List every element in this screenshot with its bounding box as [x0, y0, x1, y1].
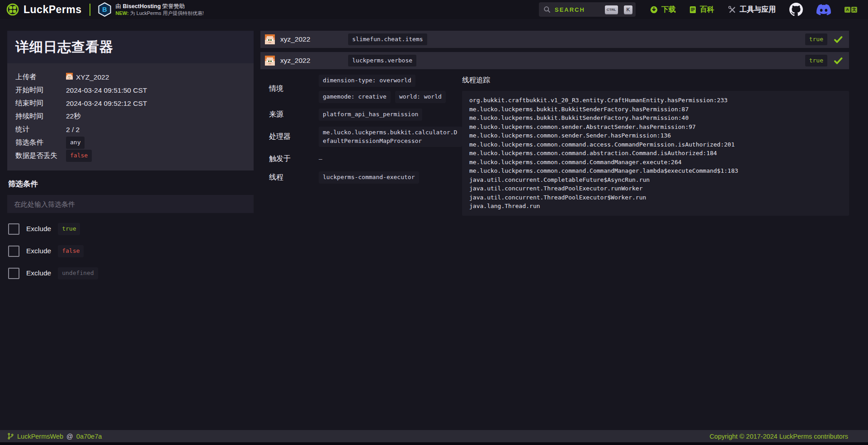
filter-section-heading: 筛选条件: [8, 179, 254, 189]
bisecthosting-logo-icon: B: [98, 2, 111, 17]
language-switcher[interactable]: A 文: [844, 7, 857, 13]
footer-copyright: Copyright © 2017-2024 LuckPerms contribu…: [710, 433, 848, 440]
processor-badge: me.lucko.luckperms.bukkit.calculator.Def…: [319, 127, 462, 147]
trace-line: me.lucko.luckperms.common.sender.Sender.…: [469, 131, 842, 140]
trace-line: me.lucko.luckperms.bukkit.BukkitSenderFa…: [469, 114, 842, 123]
entry-detail: 情境 dimension-type: overworld gamemode: c…: [260, 75, 849, 216]
search-icon: [543, 6, 551, 13]
uploader-avatar: [66, 73, 73, 81]
nav-link-wiki[interactable]: 百科: [689, 5, 714, 14]
meta-row-end: 结束时间 2024-03-24 09:52:12 CST: [15, 97, 245, 110]
detail-label: 情境: [269, 84, 319, 94]
player-avatar: [265, 34, 275, 44]
trace-heading: 线程追踪: [462, 76, 849, 85]
content: 详细日志查看器 上传者: [0, 19, 868, 430]
meta-row-start: 开始时间 2024-03-24 09:51:50 CST: [15, 84, 245, 97]
sponsor-line1: 由 BisectHosting 荣誉赞助: [116, 3, 204, 10]
discord-link[interactable]: [816, 4, 831, 15]
meta-value-filter: any: [66, 137, 85, 149]
sponsor-line2: NEW: 为 LuckPerms 用户提供特别优惠!: [116, 10, 204, 16]
log-entry-row[interactable]: xyz_2022 luckperms.verbose true: [260, 52, 849, 69]
entry-permission: luckperms.verbose: [348, 55, 416, 67]
exclude-undefined-checkbox[interactable]: [8, 268, 19, 279]
github-icon: [789, 3, 803, 16]
footer-repo-link[interactable]: LuckPermsWeb @ 0a70e7a: [7, 433, 102, 440]
search-label: SEARCH: [555, 6, 599, 13]
detail-label: 触发于: [269, 154, 319, 164]
sidebar-meta-panel: 上传者: [7, 63, 254, 170]
tools-icon: [728, 5, 736, 14]
discord-icon: [816, 4, 831, 15]
navbar: LuckPerms B 由 BisectHosting 荣誉赞助 NEW: 为 …: [0, 0, 868, 19]
filter-input[interactable]: [7, 195, 254, 213]
trace-line: java.lang.Thread.run: [469, 202, 842, 211]
meta-value-truncated: false: [66, 150, 92, 162]
sponsor-banner[interactable]: B 由 BisectHosting 荣誉赞助 NEW: 为 LuckPerms …: [98, 2, 204, 17]
luckperms-logo-icon: [6, 3, 19, 16]
download-icon: [650, 6, 658, 14]
meta-row-truncated: 数据是否丢失 false: [15, 149, 245, 162]
entry-result-badge: true: [805, 55, 827, 67]
trace-line: me.lucko.luckperms.common.command.access…: [469, 140, 842, 149]
meta-label: 持续时间: [15, 112, 66, 121]
detail-label: 来源: [269, 110, 319, 119]
exclude-true-checkbox[interactable]: [8, 223, 19, 235]
log-entry-row[interactable]: xyz_2022 slimefun.cheat.items true: [260, 31, 849, 48]
nav-link-wiki-label: 百科: [700, 5, 714, 14]
meta-label: 统计: [15, 125, 66, 134]
entry-detail-fields: 情境 dimension-type: overworld gamemode: c…: [269, 75, 462, 216]
context-badge: dimension-type: overworld: [319, 75, 415, 87]
exclude-false-checkbox[interactable]: [8, 246, 19, 257]
meta-label: 筛选条件: [15, 138, 66, 147]
ctrl-keycap: CTRL: [605, 5, 618, 14]
exclude-false-value: false: [58, 245, 84, 257]
origin-badge: platform_api_has_permission: [319, 109, 422, 121]
detail-row-origin: 来源 platform_api_has_permission: [269, 108, 462, 122]
entry-permission: slimefun.cheat.items: [348, 33, 427, 46]
nav-link-tools-label: 工具与应用: [740, 5, 776, 14]
meta-value-duration: 22秒: [66, 112, 81, 121]
trace-line: me.lucko.luckperms.common.command.Comman…: [469, 158, 842, 167]
exclude-undefined-value: undefined: [58, 267, 98, 279]
trace-line: org.bukkit.craftbukkit.v1_20_R3.entity.C…: [469, 96, 842, 105]
sidebar: 详细日志查看器 上传者: [7, 31, 254, 279]
github-link[interactable]: [789, 3, 803, 16]
sponsor-text: 由 BisectHosting 荣誉赞助 NEW: 为 LuckPerms 用户…: [116, 3, 204, 17]
translate-latin-icon: A: [844, 7, 850, 13]
footer-separator: @: [66, 433, 73, 440]
nav-link-tools[interactable]: 工具与应用: [728, 5, 776, 14]
footer-commit-hash: 0a70e7a: [76, 433, 102, 440]
trace-line: me.lucko.luckperms.common.command.abstra…: [469, 149, 842, 158]
footer: LuckPermsWeb @ 0a70e7a Copyright © 2017-…: [0, 430, 868, 442]
detail-row-context: 情境 dimension-type: overworld gamemode: c…: [269, 75, 462, 103]
brand-name: LuckPerms: [24, 4, 82, 16]
thread-badge: luckperms-command-executor: [319, 171, 419, 184]
exclude-label: Exclude: [26, 269, 51, 277]
check-icon: [834, 56, 843, 65]
search-box[interactable]: SEARCH CTRL K: [539, 2, 636, 17]
truncated-badge: false: [66, 150, 92, 162]
meta-value-count: 2 / 2: [66, 126, 80, 134]
entry-result-badge: true: [805, 33, 827, 46]
trace-line: java.util.concurrent.ThreadPoolExecutor.…: [469, 184, 842, 193]
meta-row-count: 统计 2 / 2: [15, 123, 245, 136]
sidebar-header: 详细日志查看器: [7, 31, 254, 63]
nav-link-download[interactable]: 下载: [650, 5, 676, 14]
trace-line: me.lucko.luckperms.bukkit.BukkitSenderFa…: [469, 105, 842, 114]
meta-value-start: 2024-03-24 09:51:50 CST: [66, 86, 147, 95]
cause-value: —: [319, 156, 322, 162]
entry-username: xyz_2022: [280, 57, 348, 65]
check-icon: [834, 35, 843, 44]
meta-row-duration: 持续时间 22秒: [15, 110, 245, 123]
detail-row-cause: 触发于 —: [269, 152, 462, 166]
nav-link-download-label: 下载: [661, 5, 676, 14]
detail-row-thread: 线程 luckperms-command-executor: [269, 170, 462, 184]
meta-value-uploader: XYZ_2022: [66, 73, 109, 81]
meta-label: 数据是否丢失: [15, 151, 66, 161]
detail-row-processor: 处理器 me.lucko.luckperms.bukkit.calculator…: [269, 127, 462, 147]
brand[interactable]: LuckPerms: [6, 3, 82, 16]
page-title: 详细日志查看器: [15, 38, 245, 57]
k-keycap: K: [624, 5, 632, 14]
meta-label: 结束时间: [15, 99, 66, 108]
git-branch-icon: [7, 433, 14, 440]
